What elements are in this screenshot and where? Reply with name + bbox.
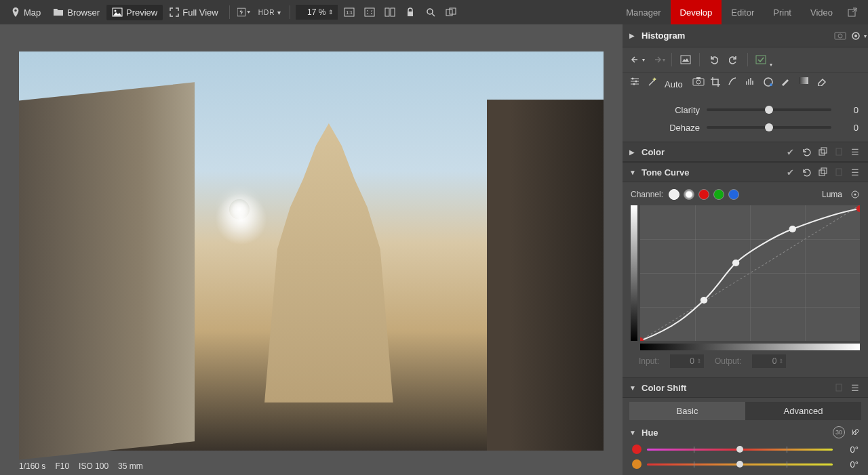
svg-rect-31 — [819, 170, 825, 175]
check-icon[interactable]: ✔ — [784, 166, 796, 178]
channel-red[interactable] — [698, 189, 709, 200]
curve-point — [789, 226, 795, 232]
camera-icon[interactable] — [692, 77, 707, 91]
module-editor[interactable]: Editor — [722, 0, 764, 24]
menu-icon[interactable]: ☰ — [849, 146, 861, 158]
chevron-down-icon: ▼ — [629, 169, 639, 176]
reset-icon[interactable] — [800, 146, 812, 158]
sliders-icon[interactable] — [629, 77, 644, 91]
rotate-left-icon[interactable] — [705, 51, 722, 68]
gradient-icon[interactable] — [798, 77, 813, 91]
eraser-icon[interactable] — [816, 77, 831, 91]
rotate-right-icon[interactable] — [726, 51, 742, 68]
svg-point-9 — [427, 9, 433, 14]
module-video[interactable]: Video — [801, 0, 842, 24]
hue-range-badge[interactable]: 30 — [833, 426, 845, 438]
svg-text:1:1: 1:1 — [347, 10, 353, 15]
module-manager[interactable]: Manager — [616, 0, 670, 24]
magic-wand-icon[interactable] — [647, 77, 662, 91]
curve-tool-icon[interactable] — [728, 77, 743, 91]
hue-red-slider[interactable]: 0° — [623, 442, 868, 457]
undo-button[interactable]: ▾ — [629, 51, 646, 68]
reset-icon[interactable] — [800, 166, 812, 178]
check-icon[interactable]: ✔ — [784, 146, 796, 158]
dehaze-slider[interactable]: Dehaze 0 — [632, 119, 859, 136]
info-focal: 35 mm — [118, 461, 143, 471]
channel-label: Channel: — [631, 190, 663, 199]
curve-point — [732, 260, 739, 266]
svg-point-19 — [632, 78, 634, 80]
color-section-header[interactable]: ▶ Color ✔ ☰ — [623, 142, 868, 162]
fit-screen-icon[interactable] — [361, 4, 378, 20]
info-shutter: 1/160 s — [19, 461, 45, 471]
svg-rect-6 — [385, 8, 389, 16]
svg-point-35 — [854, 194, 856, 196]
module-develop[interactable]: Develop — [671, 0, 722, 24]
radial-icon[interactable] — [763, 77, 778, 91]
svg-point-26 — [770, 83, 772, 86]
copy-icon[interactable] — [816, 166, 829, 178]
chevron-right-icon: ▶ — [629, 32, 639, 39]
brush-icon[interactable] — [781, 77, 795, 91]
crop-icon[interactable] — [710, 77, 725, 91]
hue-orange-slider[interactable]: 0° — [623, 457, 868, 472]
tab-basic[interactable]: Basic — [629, 402, 745, 420]
menu-icon[interactable]: ☰ — [849, 166, 861, 178]
gear-icon[interactable] — [850, 190, 860, 199]
original-image-icon[interactable] — [677, 51, 694, 68]
channel-luma[interactable] — [669, 189, 679, 200]
tone-curve-body: Channel: Luma — [623, 182, 868, 377]
auto-label[interactable]: Auto — [665, 79, 683, 89]
copy-icon[interactable] — [816, 146, 829, 158]
develop-panel: ▶ Histogram ▾ ▾ ▾ ▾ Auto — [623, 24, 868, 475]
preset-save-icon[interactable]: ▾ — [753, 51, 770, 68]
view-map[interactable]: Map — [5, 5, 46, 20]
levels-icon[interactable] — [745, 77, 760, 91]
module-tabs: Manager Develop Editor Print Video — [616, 0, 863, 24]
hdr-button[interactable]: HDR ▾ — [256, 4, 285, 20]
menu-icon[interactable]: ☰ — [849, 381, 861, 394]
module-print[interactable]: Print — [764, 0, 801, 24]
camera-small-icon[interactable] — [834, 30, 846, 41]
channel-all[interactable] — [684, 189, 694, 200]
clarity-slider[interactable]: Clarity 0 — [632, 101, 859, 119]
popout-icon[interactable] — [842, 0, 863, 24]
view-browser[interactable]: Browser — [47, 5, 105, 20]
zoom-level[interactable]: 17 % ⇕ — [296, 5, 338, 20]
lock-icon[interactable] — [401, 4, 419, 20]
tone-curve-plot[interactable] — [631, 205, 860, 341]
svg-rect-30 — [836, 148, 842, 155]
compare-icon[interactable] — [381, 4, 399, 20]
view-fullview[interactable]: Full View — [164, 5, 224, 20]
top-toolbar: Map Browser Preview Full View HDR ▾ 1 — [0, 0, 868, 24]
color-shift-header[interactable]: ▼ Color Shift ☰ — [623, 377, 868, 398]
curve-output-value[interactable]: 0 — [752, 354, 786, 368]
channel-green[interactable] — [713, 189, 724, 200]
svg-rect-28 — [819, 150, 825, 155]
history-toolbar: ▾ ▾ ▾ — [623, 47, 868, 72]
fit-1to1-icon[interactable]: 1:1 — [340, 4, 358, 20]
hue-picker-icon[interactable]: H — [849, 426, 861, 438]
histogram-header[interactable]: ▶ Histogram ▾ — [623, 24, 868, 47]
gear-icon[interactable]: ▾ — [850, 30, 861, 41]
view-preview[interactable]: Preview — [106, 5, 163, 20]
channel-blue[interactable] — [728, 189, 739, 200]
svg-rect-8 — [408, 12, 413, 16]
paste-icon — [833, 381, 845, 394]
compare-images-icon[interactable] — [442, 4, 460, 20]
view-preview-label: Preview — [126, 7, 157, 18]
x-gradient — [640, 344, 860, 350]
tone-curve-header[interactable]: ▼ Tone Curve ✔ ☰ — [623, 162, 868, 182]
luma-mode-label: Luma — [822, 190, 842, 199]
svg-rect-7 — [391, 8, 395, 16]
flash-dropdown[interactable] — [235, 4, 253, 20]
preview-image[interactable] — [19, 51, 604, 451]
paste-icon — [833, 146, 845, 158]
svg-point-1 — [114, 10, 116, 12]
toolbar-divider — [229, 5, 230, 19]
zoom-search-icon[interactable] — [422, 4, 439, 20]
tab-advanced[interactable]: Advanced — [745, 402, 861, 420]
hue-header[interactable]: ▼ Hue 30 H — [623, 423, 868, 442]
curve-input-value[interactable]: 0 — [670, 354, 704, 368]
toolbar-divider — [290, 5, 290, 19]
